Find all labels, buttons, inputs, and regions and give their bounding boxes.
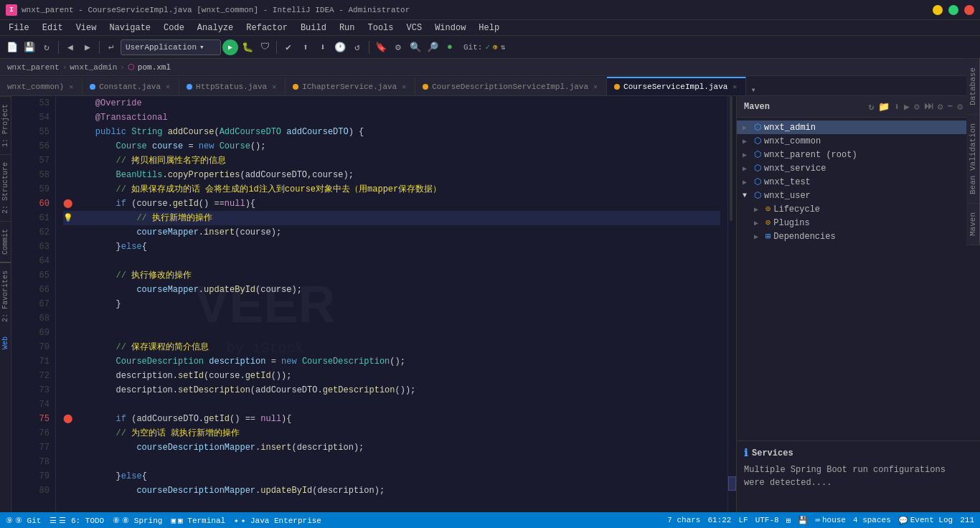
project-panel-label[interactable]: 1: Project [0,96,11,154]
menu-analyze[interactable]: Analyze [192,22,239,34]
maven-refresh-icon[interactable]: ↻ [868,101,874,113]
tab-close-icon[interactable]: ✕ [270,82,278,92]
status-house[interactable]: ⌨ house [815,516,846,525]
maven-settings-icon[interactable]: ⚙ [938,101,943,113]
menu-edit[interactable]: Edit [37,22,69,34]
maven-item-wnxt-service[interactable]: ▶ ⬡ wnxt_service [737,161,980,175]
menu-build[interactable]: Build [295,22,332,34]
status-spaces[interactable]: 4 spaces [853,516,891,524]
menu-view[interactable]: View [70,22,103,34]
forward-button[interactable]: ▶ [80,39,95,55]
tab-close-icon[interactable]: ✕ [592,82,599,92]
rollback-button[interactable]: ↺ [349,39,365,55]
push-button[interactable]: ⬇ [315,39,331,55]
structure-panel-label[interactable]: 2: Structure [0,154,11,221]
tab-ichapterservice[interactable]: IChapterService.java ✕ [286,77,415,95]
maven-lifecycle-icon[interactable]: ⚙ [914,101,920,113]
maven-item-wnxt-admin[interactable]: ▶ ⬡ wnxt_admin [737,121,980,134]
code-content[interactable]: @Override @Transactional public String a… [56,96,727,512]
debug-button[interactable]: 🐛 [240,39,255,55]
status-terminal[interactable]: ▣ ▣ Terminal [171,516,225,525]
maven-execute-icon[interactable]: ▶ [904,101,910,113]
restore-button[interactable]: □ [948,5,958,15]
code-line-59: // 如果保存成功的话 会将生成的id注入到course对象中去（用mapper… [63,182,720,197]
maven-item-dependencies[interactable]: ▶ ⊞ Dependencies [737,230,980,243]
history-button[interactable]: 🕐 [332,39,348,55]
maven-folder-icon[interactable]: 📁 [878,101,890,113]
tab-wnxt-common[interactable]: wnxt_common) ✕ [0,77,83,95]
status-event-log[interactable]: 💬 Event Log [898,516,953,525]
git-plus-icon: ⊕ [493,42,498,52]
web-panel-label[interactable]: Web [0,329,11,357]
status-enterprise[interactable]: ✦ ✦ Java Enterprise [234,516,321,525]
window-controls[interactable]: — □ ✕ [933,5,974,15]
tab-courseservice[interactable]: CourseServiceImpl.java ✕ [607,77,746,95]
favorites-panel-label[interactable]: 2: Favorites [0,263,11,329]
vertical-scrollbar[interactable] [727,96,736,512]
tab-overflow-button[interactable]: ▾ [746,85,760,95]
status-git[interactable]: ⑨ ⑨ Git [6,516,41,525]
maven-item-wnxt-parent[interactable]: ▶ ⬡ wnxt_parent (root) [737,148,980,161]
update-button[interactable]: ⬆ [298,39,314,55]
back-button[interactable]: ◀ [62,39,78,55]
menu-window[interactable]: Window [429,22,471,34]
search-everywhere-button[interactable]: 🔎 [425,39,440,55]
new-file-button[interactable]: 📄 [4,39,20,55]
run-all-button[interactable]: ● [442,39,458,55]
run-button[interactable]: ▶ [222,39,238,55]
code-line-60: ⬤ if (course.getId() ==null){ [63,197,720,211]
minimize-button[interactable]: — [933,5,943,15]
maven-download-icon[interactable]: ⬇ [894,101,900,113]
bookmark-button[interactable]: 🔖 [373,39,389,55]
status-chars[interactable]: 7 chars [667,516,700,524]
menu-help[interactable]: Help [473,22,505,34]
bean-validation-tab[interactable]: Bean Validation [966,115,980,204]
scrollbar-thumb[interactable] [730,96,732,221]
maven-collapse-icon[interactable]: − [948,101,953,113]
maven-skip-icon[interactable]: ⏭ [924,101,933,113]
maven-side-tab[interactable]: Maven [966,204,980,245]
run-configuration-dropdown[interactable]: UserApplication ▾ [121,39,221,55]
tab-close-icon[interactable]: ✕ [731,82,738,92]
tab-close-icon[interactable]: ✕ [67,82,75,92]
menu-vcs[interactable]: VCS [401,22,428,34]
breadcrumb-admin[interactable]: wnxt_admin [70,63,117,72]
menu-refactor[interactable]: Refactor [240,22,293,34]
commit-button[interactable]: ✔ [281,39,296,55]
maven-item-wnxt-common[interactable]: ▶ ⬡ wnxt_common [737,134,980,148]
title-bar-left: I wnxt_parent - CourseServiceImpl.java [… [6,4,410,16]
tab-httpstatus[interactable]: HttpStatus.java ✕ [179,77,286,95]
undo-button[interactable]: ↩ [103,39,119,55]
structure-button[interactable]: ⚙ [390,39,406,55]
status-spring[interactable]: ⑧ ⑧ Spring [113,516,162,525]
menu-navigate[interactable]: Navigate [103,22,156,34]
maven-item-plugins[interactable]: ▶ ⊙ Plugins [737,216,980,230]
status-encoding[interactable]: UTF-8 [755,516,779,524]
menu-run[interactable]: Run [334,22,361,34]
tab-coursedesc[interactable]: CourseDescriptionServiceImpl.java ✕ [415,77,607,95]
coverage-button[interactable]: 🛡 [257,39,273,55]
tab-constant[interactable]: Constant.java ✕ [83,77,179,95]
maven-item-wnxt-test[interactable]: ▶ ⬡ wnxt_test [737,175,980,189]
save-button[interactable]: 💾 [22,39,37,55]
status-todo[interactable]: ☰ ☰ 6: TODO [50,516,104,525]
find-button[interactable]: 🔍 [407,39,423,55]
menu-code[interactable]: Code [158,22,190,34]
tab-close-icon[interactable]: ✕ [400,82,407,92]
breadcrumb-root[interactable]: wnxt_parent [7,63,60,72]
breadcrumb-file[interactable]: pom.xml [138,63,171,72]
maven-item-lifecycle[interactable]: ▶ ⊙ Lifecycle [737,202,980,216]
close-button[interactable]: ✕ [964,5,974,15]
code-line-61: 💡 // 执行新增的操作 [63,211,720,225]
menu-tools[interactable]: Tools [362,22,400,34]
breadcrumb: wnxt_parent › wnxt_admin › ⬡ pom.xml [0,59,980,76]
maven-gear-icon[interactable]: ⚙ [957,101,963,113]
status-lf[interactable]: LF [738,516,748,524]
maven-item-wnxt-user[interactable]: ▼ ⬡ wnxt_user [737,189,980,202]
status-position[interactable]: 61:22 [707,516,731,524]
tab-close-icon[interactable]: ✕ [164,82,171,92]
sync-button[interactable]: ↻ [39,39,55,55]
commit-panel-label[interactable]: Commit [0,221,11,263]
menu-file[interactable]: File [3,22,35,34]
database-tab[interactable]: Database [966,59,980,115]
